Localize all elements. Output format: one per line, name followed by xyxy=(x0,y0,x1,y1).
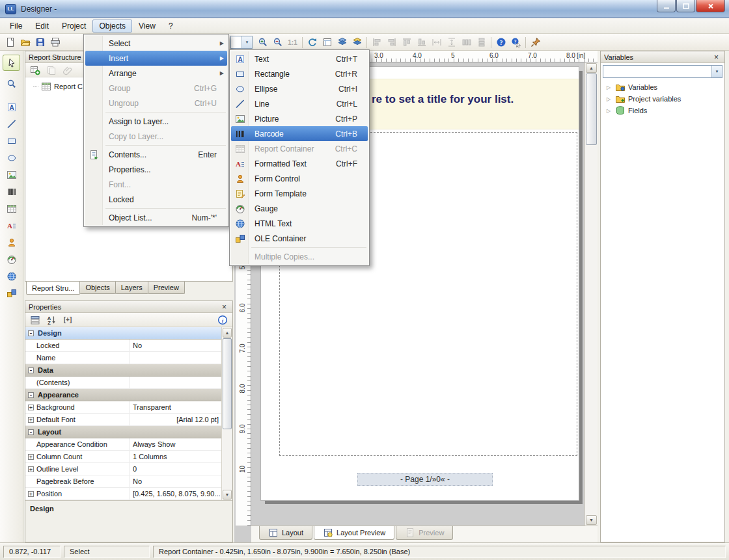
expand-icon[interactable]: + xyxy=(28,454,34,460)
tool-ole-container[interactable] xyxy=(3,285,20,301)
menu-item-form-control[interactable]: Form Control xyxy=(231,171,368,186)
menubar-view[interactable]: View xyxy=(132,20,162,33)
tool-select[interactable] xyxy=(3,55,20,71)
panel-tab-preview[interactable]: Preview xyxy=(148,282,185,294)
property-value[interactable]: No xyxy=(130,340,221,351)
menu-item-insert[interactable]: Insert▶ xyxy=(85,51,227,66)
tool-zoom[interactable] xyxy=(3,75,20,92)
tool-form-control[interactable] xyxy=(3,234,20,250)
property-value[interactable]: 0 xyxy=(130,463,221,475)
page-setup-button[interactable] xyxy=(320,35,335,49)
zoom-combo[interactable]: ▼ xyxy=(230,36,253,49)
menu-item-formatted-text[interactable]: AFormatted TextCtrl+F xyxy=(231,156,368,171)
tool-picture[interactable] xyxy=(3,167,20,183)
tree-item-project-variables[interactable]: ▷Project variables xyxy=(601,93,724,105)
tool-gauge[interactable] xyxy=(3,251,20,267)
property-value[interactable]: Transparent xyxy=(130,401,221,413)
menu-item-ole-container[interactable]: OLE Container xyxy=(231,231,368,246)
property-value[interactable]: No xyxy=(130,475,221,487)
scroll-down-button[interactable]: ▼ xyxy=(586,515,597,525)
save-button[interactable] xyxy=(33,35,48,49)
zoom-in-button[interactable] xyxy=(255,35,270,49)
tool-line[interactable] xyxy=(3,116,20,132)
menubar-file[interactable]: File xyxy=(3,20,29,33)
categorized-view-button[interactable] xyxy=(28,313,42,327)
context-help-button[interactable]: ? xyxy=(508,35,523,49)
collapse-icon[interactable]: - xyxy=(28,429,34,435)
scroll-down-button[interactable]: ▼ xyxy=(223,490,232,500)
property-value[interactable]: Always Show xyxy=(130,438,221,450)
property-section-appearance[interactable]: -Appearance xyxy=(25,389,221,401)
menu-item-ellipse[interactable]: EllipseCtrl+I xyxy=(231,81,368,96)
menu-item-locked[interactable]: Locked xyxy=(85,192,227,207)
tree-item-fields[interactable]: ▷Fields xyxy=(601,105,724,116)
view-tab-preview[interactable]: Preview xyxy=(396,526,453,540)
close-button[interactable] xyxy=(696,0,725,12)
panel-tab-report-stru[interactable]: Report Stru... xyxy=(26,282,80,295)
scroll-up-button[interactable]: ▲ xyxy=(223,328,232,338)
menubar-?[interactable]: ? xyxy=(162,20,180,33)
expand-icon[interactable]: + xyxy=(28,466,34,472)
tool-formatted-text[interactable]: A xyxy=(3,217,20,233)
property-row-contents[interactable]: (Contents) xyxy=(25,377,221,389)
menubar-project[interactable]: Project xyxy=(55,20,92,33)
variables-filter-combo[interactable]: ▼ xyxy=(603,65,722,78)
collapse-icon[interactable]: - xyxy=(28,392,34,398)
view-tab-layout-preview[interactable]: Layout Preview xyxy=(314,526,394,540)
menu-item-html-text[interactable]: HTML Text xyxy=(231,216,368,231)
expand-icon[interactable]: + xyxy=(28,417,34,423)
close-panel-button[interactable]: × xyxy=(219,302,229,312)
tool-barcode[interactable] xyxy=(3,183,20,200)
property-row-column-count[interactable]: +Column Count1 Columns xyxy=(25,451,221,463)
collapse-icon[interactable]: - xyxy=(28,367,34,373)
vertical-scrollbar[interactable]: ▲ ▼ xyxy=(585,62,598,526)
tool-rectangle[interactable] xyxy=(3,133,20,149)
property-row-locked[interactable]: LockedNo xyxy=(25,340,221,352)
properties-scrollbar[interactable]: ▲ ▼ xyxy=(221,327,232,500)
menu-item-object-list[interactable]: Object List...Num-'*' xyxy=(85,210,227,225)
minimize-button[interactable] xyxy=(657,0,676,12)
menu-item-barcode[interactable]: BarcodeCtrl+B xyxy=(231,126,368,141)
panel-tab-objects[interactable]: Objects xyxy=(79,282,115,294)
menu-item-form-template[interactable]: Form Template xyxy=(231,186,368,201)
property-row-position[interactable]: +Position[0.425, 1.650, 8.075, 9.90... xyxy=(25,488,221,500)
alphabetical-sort-button[interactable]: AZ xyxy=(44,313,59,327)
print-button[interactable] xyxy=(48,35,62,49)
panel-tab-layers[interactable]: Layers xyxy=(115,282,148,294)
refresh-button[interactable] xyxy=(305,35,320,49)
tool-html-text[interactable] xyxy=(3,268,20,284)
page-number-field[interactable]: - Page 1/»0« - xyxy=(357,473,493,486)
close-panel-button[interactable]: × xyxy=(711,53,721,62)
property-row-appearance-condition[interactable]: Appearance ConditionAlways Show xyxy=(25,438,221,451)
layer-settings-button[interactable] xyxy=(350,35,364,49)
property-row-default-font[interactable]: +Default Font[Arial 12.0 pt] xyxy=(25,414,221,426)
menu-item-contents[interactable]: Contents...Enter xyxy=(85,147,227,162)
tool-text[interactable]: A xyxy=(3,99,20,115)
scroll-up-button[interactable]: ▲ xyxy=(586,63,597,73)
menu-item-gauge[interactable]: Gauge xyxy=(231,201,368,216)
property-section-layout[interactable]: -Layout xyxy=(25,426,221,438)
expand-all-button[interactable]: [+] xyxy=(61,313,75,327)
add-element-button[interactable] xyxy=(28,64,42,77)
layers-button[interactable] xyxy=(335,35,350,49)
page-title-text[interactable]: re to set a title for your list. xyxy=(372,93,514,106)
tool-ellipse[interactable] xyxy=(3,150,20,166)
scrollbar-thumb[interactable] xyxy=(223,338,232,429)
info-button[interactable]: i xyxy=(215,313,230,327)
menubar-objects[interactable]: Objects xyxy=(92,20,132,33)
expand-icon[interactable]: + xyxy=(28,491,34,497)
view-tab-layout[interactable]: Layout xyxy=(259,526,312,540)
property-row-background[interactable]: +BackgroundTransparent xyxy=(25,401,221,414)
menu-item-assign-to-layer[interactable]: Assign to Layer... xyxy=(85,114,227,129)
expand-icon[interactable]: + xyxy=(28,405,34,410)
zoom-out-button[interactable] xyxy=(270,35,285,49)
property-row-pagebreak-before[interactable]: Pagebreak BeforeNo xyxy=(25,475,221,488)
property-section-design[interactable]: -Design xyxy=(25,327,221,340)
open-button[interactable] xyxy=(18,35,33,49)
scrollbar-thumb[interactable] xyxy=(586,73,597,145)
menu-item-line[interactable]: LineCtrl+L xyxy=(231,96,368,111)
property-row-name[interactable]: Name xyxy=(25,352,221,364)
menu-item-properties[interactable]: Properties... xyxy=(85,162,227,177)
menu-item-select[interactable]: Select▶ xyxy=(85,36,227,51)
menu-item-text[interactable]: ATextCtrl+T xyxy=(231,51,368,66)
